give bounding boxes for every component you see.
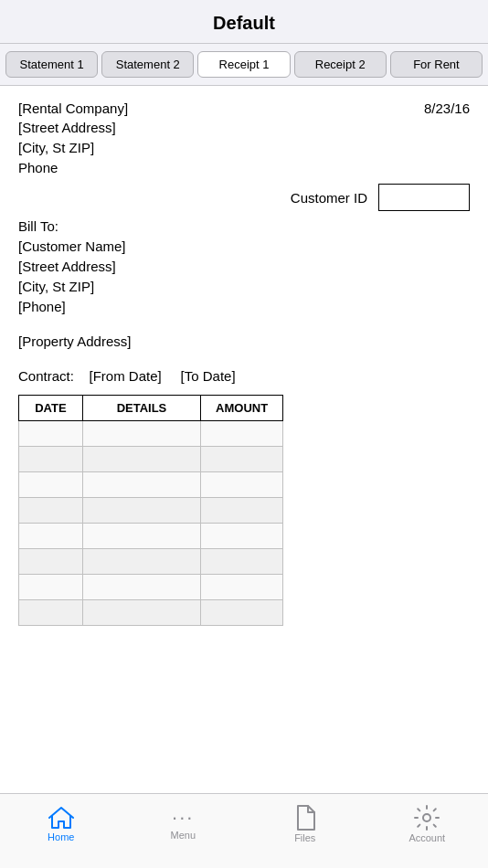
invoice-table: DATE DETAILS AMOUNT bbox=[18, 395, 283, 626]
city-st-zip-row-1: [City, St ZIP] bbox=[18, 140, 470, 156]
city-st-zip-row-2: [City, St ZIP] bbox=[18, 279, 470, 295]
to-date: [To Date] bbox=[181, 368, 236, 384]
tab-forrent[interactable]: For Rent bbox=[390, 51, 483, 78]
customer-id-row: Customer ID bbox=[18, 184, 470, 211]
phone-row-2: [Phone] bbox=[18, 299, 470, 315]
nav-label-menu: Menu bbox=[170, 830, 196, 841]
tab-statement2[interactable]: Statement 2 bbox=[101, 51, 194, 78]
customer-name-row: [Customer Name] bbox=[18, 238, 470, 255]
nav-label-files: Files bbox=[294, 832, 315, 843]
customer-id-label: Customer ID bbox=[291, 190, 367, 206]
date-label: 8/23/16 bbox=[424, 101, 470, 116]
nav-item-menu[interactable]: ··· Menu bbox=[155, 808, 210, 841]
from-date: [From Date] bbox=[90, 368, 162, 384]
bill-to-row: Bill To: bbox=[18, 218, 470, 235]
tab-bar: Statement 1 Statement 2 Receipt 1 Receip… bbox=[0, 44, 488, 86]
city-st-zip-1: [City, St ZIP] bbox=[18, 140, 94, 155]
menu-icon: ··· bbox=[172, 808, 194, 828]
customer-name: [Customer Name] bbox=[18, 238, 126, 254]
nav-label-home: Home bbox=[48, 831, 74, 842]
phone-row: Phone bbox=[18, 160, 470, 176]
bottom-nav: Home ··· Menu Files Account bbox=[0, 793, 488, 868]
table-row bbox=[19, 524, 283, 549]
nav-item-files[interactable]: Files bbox=[278, 805, 333, 843]
rental-company-row: [Rental Company] 8/23/16 bbox=[18, 101, 470, 116]
bill-to-label: Bill To: bbox=[18, 218, 58, 234]
tab-receipt1[interactable]: Receipt 1 bbox=[197, 51, 290, 78]
phone-2: [Phone] bbox=[18, 299, 66, 314]
col-header-details: DETAILS bbox=[82, 396, 200, 421]
street-address-1: [Street Address] bbox=[18, 120, 116, 135]
table-row bbox=[19, 498, 283, 524]
table-row bbox=[19, 575, 283, 600]
rental-company-label: [Rental Company] bbox=[18, 101, 128, 116]
table-row bbox=[19, 447, 283, 472]
main-content: [Rental Company] 8/23/16 [Street Address… bbox=[0, 86, 488, 811]
property-address-row: [Property Address] bbox=[18, 333, 470, 350]
nav-item-home[interactable]: Home bbox=[34, 806, 89, 842]
tab-receipt2[interactable]: Receipt 2 bbox=[294, 51, 387, 78]
table-row bbox=[19, 600, 283, 626]
files-icon bbox=[295, 805, 315, 831]
table-row bbox=[19, 421, 283, 447]
contract-row: Contract: [From Date] [To Date] bbox=[18, 368, 470, 384]
svg-point-0 bbox=[423, 814, 430, 821]
phone-label: Phone bbox=[18, 160, 58, 175]
property-address: [Property Address] bbox=[18, 333, 131, 349]
street-address-row-2: [Street Address] bbox=[18, 259, 470, 275]
page-title: Default bbox=[213, 13, 275, 33]
nav-item-account[interactable]: Account bbox=[399, 805, 454, 843]
table-row bbox=[19, 549, 283, 575]
customer-id-input[interactable] bbox=[378, 184, 470, 211]
table-row bbox=[19, 472, 283, 498]
city-st-zip-2: [City, St ZIP] bbox=[18, 279, 94, 294]
nav-label-account: Account bbox=[408, 832, 445, 843]
header: Default bbox=[0, 0, 488, 44]
contract-label: Contract: bbox=[18, 368, 74, 384]
col-header-date: DATE bbox=[19, 396, 83, 421]
col-header-amount: AMOUNT bbox=[201, 396, 283, 421]
street-address-row-1: [Street Address] bbox=[18, 120, 470, 136]
tab-statement1[interactable]: Statement 1 bbox=[5, 51, 98, 78]
account-icon bbox=[414, 805, 440, 831]
home-icon bbox=[48, 806, 74, 830]
street-address-2: [Street Address] bbox=[18, 259, 116, 274]
